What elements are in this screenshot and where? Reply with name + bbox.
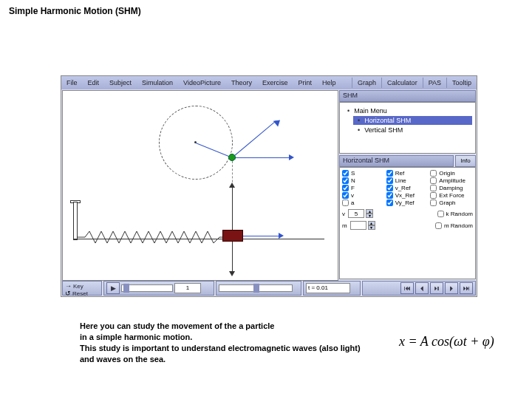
checkbox-damping[interactable]	[430, 185, 437, 191]
vx-arrow	[232, 157, 291, 158]
checkbox-v[interactable]	[342, 192, 349, 199]
check-s[interactable]: S	[342, 170, 385, 177]
menu-exercise[interactable]: Exercise	[257, 78, 293, 88]
right-pane: SHM Main Menu Horizontal SHM Vertical SH…	[339, 90, 476, 279]
check-krandom[interactable]: k Random	[437, 211, 473, 217]
checkbox-vyref[interactable]	[386, 200, 393, 206]
nav-header: SHM	[339, 90, 476, 102]
menubar: File Edit Subject Simulation VideoPictur…	[61, 76, 477, 89]
mass-velocity-arrow	[243, 236, 280, 236]
key-label: Key	[73, 283, 83, 290]
spring	[78, 230, 225, 245]
speed-slider[interactable]	[219, 284, 293, 292]
checkbox-a[interactable]	[342, 200, 349, 206]
check-vyref[interactable]: Vy_Ref	[386, 200, 429, 206]
check-origin[interactable]: Origin	[430, 170, 473, 177]
check-damping[interactable]: Damping	[430, 185, 473, 191]
nav-vertical-shm[interactable]: Vertical SHM	[353, 126, 472, 134]
checkbox-vxref[interactable]	[386, 192, 393, 199]
check-mrandom[interactable]: m Random	[435, 222, 473, 229]
menu-print[interactable]: Print	[293, 78, 318, 88]
checkbox-extforce[interactable]	[430, 192, 437, 199]
tool-pas[interactable]: PAS	[423, 78, 446, 88]
num-input-v[interactable]	[348, 209, 364, 218]
reset-button[interactable]: Reset	[72, 290, 88, 297]
mass-velocity-arrow-head	[279, 233, 284, 239]
frame-field[interactable]: 1	[174, 283, 201, 293]
num-row-v: v▴▾k Random	[342, 209, 473, 218]
checkbox-vref[interactable]	[386, 185, 393, 191]
formula: x = A cos(ωt + φ)	[399, 334, 494, 349]
check-ref[interactable]: Ref	[386, 170, 429, 177]
menu-help[interactable]: Help	[317, 78, 341, 88]
nav-panel: Main Menu Horizontal SHM Vertical SHM	[339, 102, 476, 154]
page-title: Simple Harmonic Motion (SHM)	[0, 0, 532, 22]
spin-down-m[interactable]: ▾	[368, 225, 375, 230]
num-label-m: m	[342, 222, 347, 229]
check-vxref[interactable]: Vx_Ref	[386, 192, 429, 199]
checkbox-graph[interactable]	[430, 200, 437, 206]
checkbox-f[interactable]	[342, 185, 349, 191]
bottom-bar: →Key ↺Reset ▶ 1 t = 0.01 ⏮ ⏴ ⏯ ⏵ ⏭	[61, 280, 477, 296]
settings-panel: SRefOriginNLineAmplitudeFv_RefDampingvVx…	[339, 167, 476, 279]
check-n[interactable]: N	[342, 177, 385, 184]
last-button[interactable]: ⏭	[460, 282, 473, 294]
particle-dot	[228, 154, 236, 161]
num-label-v: v	[342, 211, 345, 217]
time-dropdown[interactable]: t = 0.01	[306, 283, 350, 293]
tool-graph[interactable]: Graph	[352, 78, 381, 88]
play-button[interactable]: ▶	[106, 282, 120, 294]
app-window: File Edit Subject Simulation VideoPictur…	[61, 75, 477, 297]
check-line[interactable]: Line	[386, 177, 429, 184]
checkbox-origin[interactable]	[430, 170, 437, 177]
vx-arrow-head	[289, 154, 294, 160]
info-button[interactable]: Info	[455, 155, 476, 167]
checkbox-krandom[interactable]	[437, 211, 444, 217]
checkbox-n[interactable]	[342, 177, 349, 184]
nav-horizontal-shm[interactable]: Horizontal SHM	[353, 116, 472, 125]
check-v[interactable]: v	[342, 192, 385, 199]
playpause-button[interactable]: ⏯	[430, 282, 443, 294]
first-button[interactable]: ⏮	[400, 282, 414, 294]
axis-down-head	[229, 271, 235, 276]
checkbox-amplitude[interactable]	[430, 177, 437, 184]
checkbox-ref[interactable]	[386, 170, 393, 177]
check-amplitude[interactable]: Amplitude	[430, 177, 473, 184]
num-input-m[interactable]	[350, 221, 366, 230]
check-f[interactable]: F	[342, 185, 385, 191]
menu-videopicture[interactable]: VideoPicture	[178, 78, 226, 88]
checkbox-s[interactable]	[342, 170, 349, 177]
check-vref[interactable]: v_Ref	[386, 185, 429, 191]
menu-edit[interactable]: Edit	[83, 78, 105, 88]
prev-button[interactable]: ⏴	[415, 282, 429, 294]
num-row-m: m▴▾m Random	[342, 221, 473, 230]
progress-slider[interactable]	[121, 284, 173, 292]
checkbox-mrandom[interactable]	[435, 222, 442, 229]
settings-header: Horizontal SHM	[339, 155, 454, 167]
velocity-arrow	[232, 120, 276, 158]
menu-theory[interactable]: Theory	[226, 78, 257, 88]
check-extforce[interactable]: Ext Force	[430, 192, 473, 199]
menu-subject[interactable]: Subject	[104, 78, 137, 88]
spin-down-v[interactable]: ▾	[366, 214, 373, 218]
mass-block	[222, 230, 243, 242]
menu-file[interactable]: File	[61, 78, 83, 88]
nav-main-menu[interactable]: Main Menu	[343, 106, 472, 115]
velocity-arrow-head	[273, 117, 283, 127]
check-a[interactable]: a	[342, 200, 385, 206]
caption-text: Here you can study the movement of the a…	[80, 321, 383, 364]
axis-up-head	[229, 183, 235, 188]
tool-tooltip[interactable]: Tooltip	[446, 78, 477, 88]
tool-calculator[interactable]: Calculator	[381, 78, 423, 88]
next-button[interactable]: ⏵	[445, 282, 458, 294]
check-graph[interactable]: Graph	[430, 200, 473, 206]
checkbox-line[interactable]	[386, 177, 393, 184]
menu-simulation[interactable]: Simulation	[137, 78, 178, 88]
simulation-canvas[interactable]	[62, 90, 338, 281]
